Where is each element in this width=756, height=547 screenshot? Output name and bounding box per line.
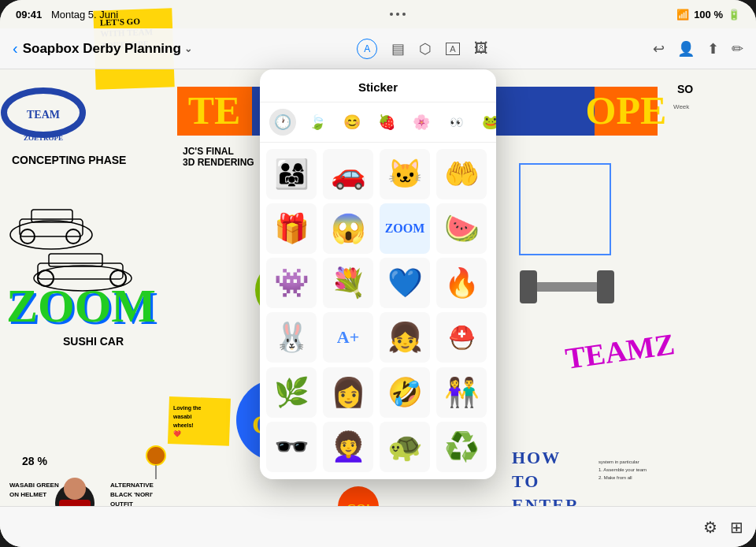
svg-text:wheels!: wheels! bbox=[172, 422, 194, 428]
sticker-item-watermelon[interactable]: 🍉 bbox=[436, 203, 487, 254]
dot2 bbox=[396, 13, 399, 16]
status-center-dots bbox=[390, 13, 406, 16]
sticker-panel: Sticker 🕐 🍃 😊 🍓 🌸 👀 🐸 👨‍👩‍👧 🚗 🐱 🤲 🎁 😱 ZO… bbox=[260, 69, 496, 479]
sticker-grid: 👨‍👩‍👧 🚗 🐱 🤲 🎁 😱 ZOOM 🍉 👾 💐 💙 🔥 🐰 A+ 👧 ⛑️… bbox=[260, 143, 496, 479]
text-box-icon[interactable]: A bbox=[446, 43, 459, 55]
sticker-item-couple[interactable]: 👫 bbox=[436, 367, 487, 418]
svg-text:OUTFIT: OUTFIT bbox=[110, 500, 133, 506]
sticker-cat-emoji[interactable]: 😊 bbox=[339, 109, 365, 136]
status-bar: 09:41 Montag 5. Juni 📶 100 % 🔋 bbox=[0, 0, 756, 28]
status-time: 09:41 Montag 5. Juni bbox=[16, 9, 118, 20]
svg-text:ENTER: ENTER bbox=[512, 495, 580, 506]
nav-bar: ‹ Soapbox Derby Planning ⌄ A ▤ ⬡ A 🖼 ↩ 👤… bbox=[0, 28, 756, 69]
sticker-item-redcar[interactable]: 🚗 bbox=[323, 149, 373, 199]
svg-text:Week: Week bbox=[673, 103, 690, 110]
sticker-item-woman[interactable]: 👩 bbox=[323, 367, 373, 418]
sticker-cat-berry[interactable]: 🍓 bbox=[373, 109, 400, 136]
battery-icon: 🔋 bbox=[728, 9, 740, 20]
sticker-item-girl[interactable]: 👧 bbox=[380, 312, 430, 363]
ipad-frame: TEAM ZOETROPE TEAM TE OPE CONCEPTING PHA… bbox=[0, 0, 756, 547]
sticker-item-scared[interactable]: 😱 bbox=[323, 203, 373, 254]
wifi-icon: 📶 bbox=[676, 9, 689, 20]
sticker-item-firecar[interactable]: 🔥 bbox=[436, 258, 487, 308]
sticker-item-plant[interactable]: 🌿 bbox=[266, 367, 317, 418]
svg-text:ON HELMET: ON HELMET bbox=[9, 491, 46, 498]
sticker-panel-title: Sticker bbox=[260, 69, 496, 102]
collaborate-icon[interactable]: 👤 bbox=[677, 40, 695, 58]
svg-text:2. Make from all: 2. Make from all bbox=[598, 475, 632, 480]
sticker-item-zoom[interactable]: ZOOM bbox=[380, 203, 430, 254]
svg-rect-25 bbox=[536, 282, 598, 292]
back-chevron-icon: ‹ bbox=[13, 39, 18, 58]
edit-icon[interactable]: ✏ bbox=[732, 40, 743, 58]
sticker-item-aplus[interactable]: A+ bbox=[323, 312, 373, 363]
sticker-cat-flower[interactable]: 🌸 bbox=[408, 109, 435, 136]
svg-text:CONCEPTING PHASE: CONCEPTING PHASE bbox=[12, 154, 126, 166]
svg-text:HOW: HOW bbox=[512, 448, 561, 467]
sticker-cat-eyes[interactable]: 👀 bbox=[443, 109, 469, 136]
table-icon[interactable]: ▤ bbox=[391, 40, 405, 58]
svg-rect-27 bbox=[597, 270, 614, 303]
nav-toolbar: A ▤ ⬡ A 🖼 bbox=[357, 39, 487, 59]
svg-text:28 %: 28 % bbox=[22, 455, 47, 467]
bottom-toolbar: ⚙ ⊞ bbox=[0, 506, 756, 547]
sticker-category-bar: 🕐 🍃 😊 🍓 🌸 👀 🐸 bbox=[260, 102, 496, 143]
svg-text:OPE: OPE bbox=[586, 88, 667, 132]
sticker-item-recycle[interactable]: ♻️ bbox=[436, 422, 487, 472]
svg-text:SUSHI CAR: SUSHI CAR bbox=[63, 335, 124, 348]
svg-text:ZOETROPE: ZOETROPE bbox=[24, 134, 63, 142]
dot1 bbox=[390, 13, 393, 16]
svg-text:TEAM: TEAM bbox=[27, 109, 60, 121]
svg-text:1. Assemble your team: 1. Assemble your team bbox=[598, 467, 647, 472]
sticker-item-rabbit[interactable]: 🐰 bbox=[266, 312, 317, 363]
svg-text:JC'S FINAL: JC'S FINAL bbox=[183, 146, 234, 157]
sticker-item-cat[interactable]: 🐱 bbox=[380, 149, 430, 199]
svg-text:ALTERNATIVE: ALTERNATIVE bbox=[110, 482, 154, 489]
svg-text:SO: SO bbox=[677, 83, 693, 95]
back-button[interactable]: ‹ bbox=[13, 39, 18, 58]
sticker-item-helmet[interactable]: ⛑️ bbox=[436, 312, 487, 363]
sticker-item-heart[interactable]: 💙 bbox=[380, 258, 430, 308]
share-icon[interactable]: ⬆ bbox=[707, 40, 719, 58]
sticker-cat-recent[interactable]: 🕐 bbox=[269, 109, 296, 136]
sticker-cat-leaf[interactable]: 🍃 bbox=[304, 109, 331, 136]
sticker-item-laughing[interactable]: 🤣 bbox=[380, 367, 430, 418]
undo-icon[interactable]: ↩ bbox=[653, 40, 665, 58]
svg-text:wasabi: wasabi bbox=[172, 414, 191, 419]
svg-text:Loving the: Loving the bbox=[173, 405, 201, 411]
title-chevron-icon[interactable]: ⌄ bbox=[184, 43, 192, 54]
svg-rect-26 bbox=[520, 270, 537, 303]
grid-icon[interactable]: ⊞ bbox=[730, 518, 743, 537]
sticker-item-family[interactable]: 👨‍👩‍👧 bbox=[266, 149, 317, 199]
sticker-cat-frog[interactable]: 🐸 bbox=[477, 109, 496, 136]
svg-text:ZOOM: ZOOM bbox=[6, 280, 156, 332]
sticker-item-hands[interactable]: 🤲 bbox=[436, 149, 487, 199]
sticker-item-monster[interactable]: 👾 bbox=[266, 258, 317, 308]
sticker-item-woman2[interactable]: 👩‍🦱 bbox=[323, 422, 373, 472]
media-icon[interactable]: ⬡ bbox=[419, 40, 432, 58]
status-right: 📶 100 % 🔋 bbox=[676, 9, 740, 20]
sticker-item-turtle[interactable]: 🐢 bbox=[380, 422, 430, 472]
svg-text:WASABI GREEN: WASABI GREEN bbox=[9, 482, 59, 489]
image-icon[interactable]: 🖼 bbox=[474, 40, 488, 57]
dot3 bbox=[402, 13, 406, 16]
svg-point-39 bbox=[64, 478, 86, 500]
sticker-item-flowers[interactable]: 💐 bbox=[323, 258, 373, 308]
settings-icon[interactable]: ⚙ bbox=[703, 518, 717, 537]
sticker-item-gift[interactable]: 🎁 bbox=[266, 203, 317, 254]
svg-text:system in particular: system in particular bbox=[598, 460, 639, 464]
nav-right: ↩ 👤 ⬆ ✏ bbox=[653, 40, 743, 58]
svg-rect-40 bbox=[59, 500, 91, 506]
svg-text:TE: TE bbox=[188, 88, 241, 132]
svg-text:3D RENDERING: 3D RENDERING bbox=[183, 157, 254, 168]
svg-text:BLACK 'NORI': BLACK 'NORI' bbox=[110, 491, 153, 498]
sticker-item-cool[interactable]: 🕶️ bbox=[266, 422, 317, 472]
format-icon[interactable]: A bbox=[357, 39, 377, 59]
document-title: Soapbox Derby Planning ⌄ bbox=[23, 41, 192, 57]
svg-rect-32 bbox=[168, 396, 231, 446]
svg-text:❤️: ❤️ bbox=[173, 430, 181, 437]
svg-text:TO: TO bbox=[512, 471, 539, 491]
nav-left: ‹ Soapbox Derby Planning ⌄ bbox=[13, 39, 192, 58]
